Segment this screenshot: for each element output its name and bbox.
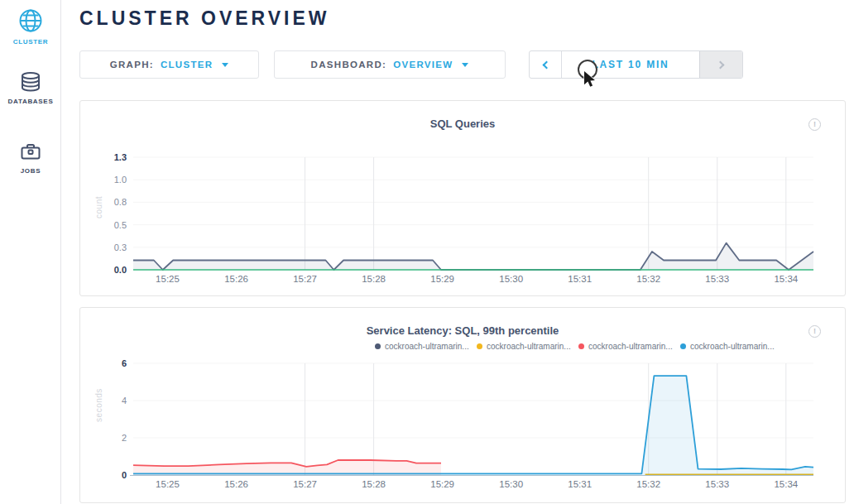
sql-queries-card: SQL Queries ! 0.00.30.50.81.01.315:2515:…	[79, 100, 846, 296]
sidebar-item-cluster[interactable]: CLUSTER	[0, 7, 61, 46]
x-tick-label: 15:33	[697, 479, 738, 489]
sidebar-item-jobs[interactable]: JOBS	[0, 140, 61, 175]
y-tick-label: 2	[80, 432, 127, 444]
x-tick-label: 15:32	[628, 274, 669, 284]
x-tick-label: 15:25	[147, 274, 189, 284]
graph-dropdown-value: CLUSTER	[161, 60, 213, 70]
time-window-next-button	[699, 51, 742, 78]
chevron-down-icon	[462, 63, 468, 67]
y-tick-label: 0	[80, 469, 127, 481]
x-tick-label: 15:30	[491, 274, 532, 284]
x-tick-label: 15:30	[491, 479, 532, 489]
y-axis-unit-label: count	[94, 183, 103, 233]
y-tick-label: 0.0	[80, 264, 127, 276]
chart-plot-1[interactable]: 024615:2515:2615:2715:2815:2915:3015:311…	[80, 308, 845, 502]
x-tick-label: 15:25	[147, 479, 189, 489]
database-icon	[19, 70, 42, 94]
x-tick-label: 15:27	[285, 479, 326, 489]
x-tick-label: 15:34	[765, 274, 807, 284]
chart-plot-0[interactable]: 0.00.30.50.81.01.315:2515:2615:2715:2815…	[80, 101, 845, 295]
sidebar-item-label: CLUSTER	[0, 38, 61, 46]
sidebar: CLUSTER DATABASES JOBS	[0, 0, 61, 504]
y-axis-unit-label: seconds	[94, 381, 103, 430]
y-tick-label: 1.0	[80, 174, 127, 185]
dashboard-dropdown-value: OVERVIEW	[393, 60, 453, 70]
time-window-prev-button[interactable]	[530, 51, 562, 78]
time-window-label[interactable]: LAST 10 MIN	[562, 51, 699, 78]
y-tick-label: 0.3	[80, 242, 127, 253]
chart-canvas[interactable]	[80, 101, 845, 295]
x-tick-label: 15:26	[216, 274, 257, 284]
sidebar-item-databases[interactable]: DATABASES	[0, 70, 61, 105]
y-tick-label: 0.8	[80, 196, 127, 208]
sidebar-item-label: JOBS	[0, 167, 61, 175]
page-title: CLUSTER OVERVIEW	[79, 7, 330, 30]
chevron-left-icon	[542, 60, 550, 69]
x-tick-label: 15:27	[285, 274, 326, 284]
x-tick-label: 15:32	[628, 479, 669, 489]
dashboard-dropdown[interactable]: DASHBOARD: OVERVIEW	[274, 50, 506, 79]
y-tick-label: 1.3	[80, 151, 127, 163]
x-tick-label: 15:31	[559, 479, 601, 489]
briefcase-icon	[19, 140, 42, 163]
dashboard-dropdown-label: DASHBOARD:	[311, 60, 387, 70]
service-latency-card: Service Latency: SQL, 99th percentile ! …	[79, 307, 846, 503]
x-tick-label: 15:28	[353, 479, 395, 489]
y-tick-label: 6	[80, 358, 127, 369]
x-tick-label: 15:33	[697, 274, 738, 284]
x-tick-label: 15:29	[422, 274, 463, 284]
sidebar-item-label: DATABASES	[0, 98, 61, 105]
y-tick-label: 0.5	[80, 219, 127, 231]
x-tick-label: 15:28	[353, 274, 395, 284]
x-tick-label: 15:29	[422, 479, 463, 489]
x-tick-label: 15:34	[765, 479, 807, 489]
chevron-down-icon	[222, 63, 228, 67]
y-tick-label: 4	[80, 395, 127, 406]
x-tick-label: 15:31	[559, 274, 601, 284]
chart-canvas[interactable]	[80, 308, 845, 503]
graph-dropdown[interactable]: GRAPH: CLUSTER	[79, 50, 259, 79]
globe-icon	[17, 7, 44, 34]
chevron-right-icon	[717, 60, 725, 69]
graph-dropdown-label: GRAPH:	[110, 60, 154, 70]
time-window-selector: LAST 10 MIN	[529, 50, 743, 79]
x-tick-label: 15:26	[216, 479, 257, 489]
